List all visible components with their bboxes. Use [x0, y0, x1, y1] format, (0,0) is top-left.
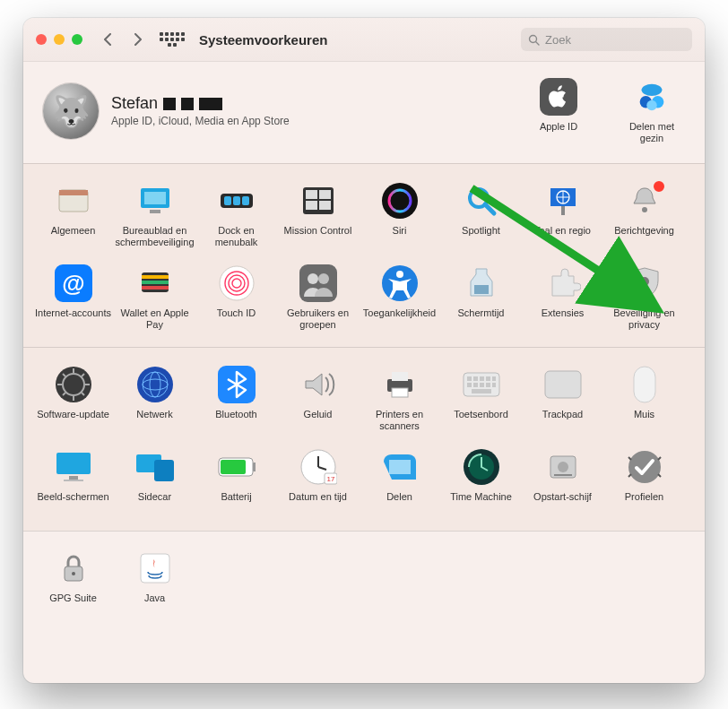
accessibility-icon — [381, 264, 419, 302]
header-actions: Apple ID Delen met gezin — [525, 78, 685, 143]
back-button[interactable] — [97, 29, 118, 50]
pref-row: @Internet-accountsWallet en Apple PayTou… — [32, 259, 696, 342]
pref-network[interactable]: Netwerk — [114, 360, 195, 443]
apple-id-pane[interactable]: Apple ID — [525, 78, 592, 143]
pref-profiles[interactable]: Profielen — [603, 443, 685, 525]
pref-network-label: Netwerk — [136, 409, 172, 432]
pref-internet[interactable]: @Internet-accounts — [32, 259, 114, 342]
keyboard-icon — [463, 366, 500, 403]
user-name-row: Stefan — [111, 94, 290, 113]
siri-icon — [381, 182, 419, 220]
pref-mouse[interactable]: Muis — [603, 360, 685, 443]
pref-printers[interactable]: Printers en scanners — [359, 360, 440, 443]
family-sharing-pane[interactable]: Delen met gezin — [619, 78, 685, 143]
pref-bluetooth-label: Bluetooth — [215, 409, 256, 432]
pref-datetime[interactable]: 17Datum en tijd — [277, 443, 359, 525]
pref-touchid[interactable]: Touch ID — [195, 259, 277, 342]
pref-gpg[interactable]: GPG Suite — [32, 544, 114, 627]
printers-icon — [381, 366, 419, 403]
user-info[interactable]: Stefan Apple ID, iCloud, Media en App St… — [111, 94, 290, 127]
pref-accessibility-label: Toegankelijkheid — [363, 307, 436, 331]
svg-rect-28 — [561, 206, 565, 215]
pref-notifications[interactable]: Berichtgeving — [603, 177, 685, 259]
pref-gpg-label: GPG Suite — [49, 592, 97, 616]
pref-wallet[interactable]: Wallet en Apple Pay — [114, 259, 195, 342]
pref-dock[interactable]: Dock en menubalk — [195, 177, 277, 259]
show-all-button[interactable] — [160, 30, 185, 49]
pref-security[interactable]: Beveiliging en privacy — [603, 259, 685, 342]
pref-screentime-label: Schermtijd — [458, 307, 505, 331]
displays-icon — [55, 448, 92, 486]
pref-battery[interactable]: Batterij — [195, 443, 277, 525]
pref-startup[interactable]: Opstart-schijf — [522, 443, 603, 525]
pref-sound[interactable]: Geluid — [277, 360, 359, 443]
pref-sharing-label: Delen — [386, 491, 412, 514]
pref-mouse-label: Muis — [634, 409, 654, 432]
desktop-icon — [136, 182, 174, 220]
mouse-icon — [626, 366, 663, 403]
apple-id-header: 🐺 Stefan Apple ID, iCloud, Media en App … — [23, 62, 705, 163]
svg-line-103 — [658, 474, 661, 477]
screentime-icon — [463, 264, 500, 302]
pref-sharing[interactable]: Delen — [359, 443, 440, 525]
forward-button[interactable] — [127, 29, 149, 50]
pref-accessibility[interactable]: Toegankelijkheid — [359, 259, 440, 342]
pref-java[interactable]: Java — [114, 544, 195, 627]
pref-siri[interactable]: Siri — [359, 177, 440, 259]
pref-bluetooth[interactable]: Bluetooth — [195, 360, 277, 443]
svg-rect-76 — [492, 383, 496, 387]
spotlight-icon — [463, 182, 500, 220]
wallet-icon — [136, 264, 174, 302]
pref-trackpad[interactable]: Trackpad — [522, 360, 603, 443]
svg-rect-73 — [473, 383, 478, 387]
pref-row: AlgemeenBureaublad en schermbeveiligingD… — [32, 177, 696, 259]
svg-point-2 — [642, 84, 663, 96]
network-icon — [136, 366, 174, 403]
pref-displays[interactable]: Beeld-schermen — [32, 443, 114, 525]
search-field[interactable]: Zoek — [521, 28, 692, 51]
pref-language[interactable]: Taal en regio — [522, 177, 603, 259]
svg-rect-70 — [486, 376, 490, 381]
pref-screentime[interactable]: Schermtijd — [440, 259, 522, 342]
user-name: Stefan — [111, 94, 158, 113]
profiles-icon — [626, 448, 663, 486]
pref-datetime-label: Datum en tijd — [289, 491, 347, 514]
pref-notifications-label: Berichtgeving — [614, 225, 674, 248]
pref-desktop[interactable]: Bureaublad en schermbeveiliging — [114, 177, 195, 259]
close-button[interactable] — [36, 34, 47, 45]
pref-general[interactable]: Algemeen — [32, 177, 114, 259]
pref-users[interactable]: Gebruikers en groepen — [277, 259, 359, 342]
pref-extensions[interactable]: Extensies — [522, 259, 603, 342]
pref-keyboard[interactable]: Toetsenbord — [440, 360, 522, 443]
pref-keyboard-label: Toetsenbord — [454, 409, 508, 432]
svg-rect-80 — [56, 453, 91, 474]
pref-section-1: Software-updateNetwerkBluetoothGeluidPri… — [23, 347, 705, 531]
pref-sidecar[interactable]: Sidecar — [114, 443, 195, 525]
pref-mission[interactable]: Mission Control — [277, 177, 359, 259]
svg-line-23 — [485, 204, 494, 213]
svg-rect-9 — [144, 192, 166, 204]
pref-spotlight[interactable]: Spotlight — [440, 177, 522, 259]
pref-profiles-label: Profielen — [625, 491, 663, 514]
pref-timemachine[interactable]: Time Machine — [440, 443, 522, 525]
mission-icon — [299, 182, 337, 220]
window-title: Systeemvoorkeuren — [199, 32, 327, 48]
user-avatar[interactable]: 🐺 — [43, 83, 99, 139]
swupdate-icon — [55, 366, 92, 403]
minimize-button[interactable] — [54, 34, 65, 45]
timemachine-icon — [463, 448, 500, 486]
zoom-button[interactable] — [72, 34, 82, 45]
family-label: Delen met gezin — [619, 121, 685, 143]
pref-security-label: Beveiliging en privacy — [603, 307, 685, 331]
general-icon — [55, 182, 92, 220]
pref-swupdate[interactable]: Software-update — [32, 360, 114, 443]
svg-point-41 — [308, 273, 318, 284]
svg-rect-72 — [467, 383, 472, 387]
pref-sound-label: Geluid — [304, 409, 333, 432]
pref-users-label: Gebruikers en groepen — [277, 307, 359, 331]
notifications-icon — [626, 182, 663, 220]
svg-point-20 — [382, 183, 418, 219]
pref-general-label: Algemeen — [51, 225, 96, 248]
pref-spotlight-label: Spotlight — [462, 225, 500, 248]
svg-rect-84 — [154, 460, 174, 481]
